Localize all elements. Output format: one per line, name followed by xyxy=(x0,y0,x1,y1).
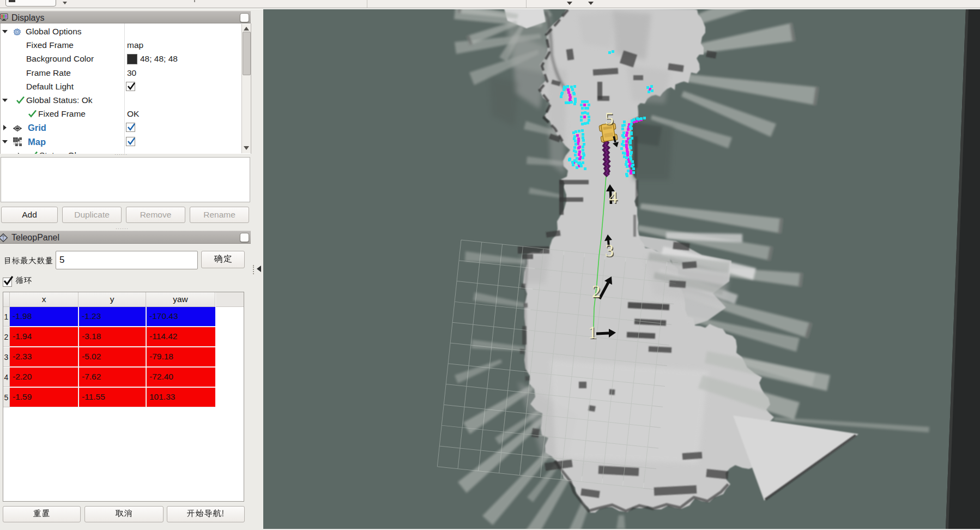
svg-text:5: 5 xyxy=(605,109,614,128)
svg-text:4: 4 xyxy=(609,187,618,207)
svg-text:1: 1 xyxy=(588,322,597,342)
svg-text:2: 2 xyxy=(592,281,601,301)
svg-text:3: 3 xyxy=(605,240,614,260)
